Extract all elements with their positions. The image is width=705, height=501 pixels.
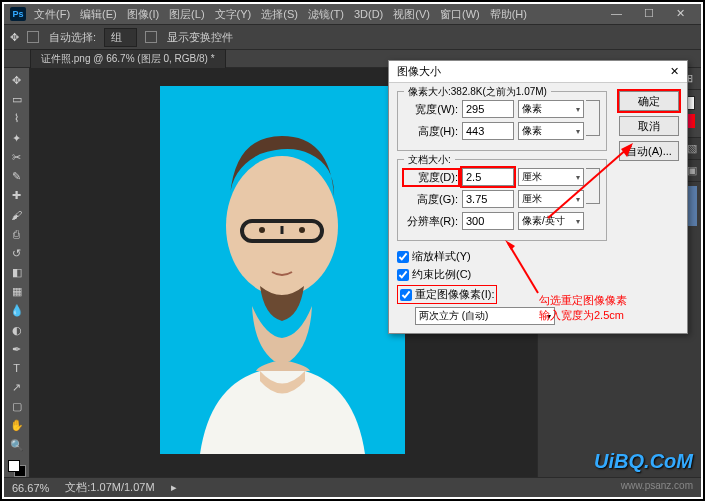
resample-checkbox[interactable]: [400, 289, 412, 301]
eyedrop-tool[interactable]: ✎: [7, 168, 27, 185]
status-arrow-icon[interactable]: ▸: [171, 481, 177, 494]
image-size-dialog: 图像大小 ✕ 确定 取消 自动(A)... 像素大小:382.8K(之前为1.0…: [388, 60, 688, 334]
menu-edit[interactable]: 编辑(E): [80, 7, 117, 22]
width-doc-unit[interactable]: 厘米: [518, 168, 584, 186]
hand-tool[interactable]: ✋: [7, 417, 27, 434]
constrain-label: 约束比例(C): [412, 267, 471, 282]
scale-styles-label: 缩放样式(Y): [412, 249, 471, 264]
showtransform-checkbox[interactable]: [145, 31, 157, 43]
heal-tool[interactable]: ✚: [7, 187, 27, 204]
move-tool[interactable]: ✥: [7, 72, 27, 89]
width-px-label: 宽度(W):: [404, 102, 458, 117]
showtransform-label: 显示变换控件: [167, 30, 233, 45]
history-tool[interactable]: ↺: [7, 245, 27, 262]
menu-window[interactable]: 窗口(W): [440, 7, 480, 22]
watermark: UiBQ.CoM: [594, 450, 693, 473]
watermark-url: www.psanz.com: [621, 480, 693, 491]
id-photo: [160, 86, 405, 454]
menu-3d[interactable]: 3D(D): [354, 8, 383, 20]
link-doc-icon[interactable]: [586, 168, 600, 204]
dialog-title: 图像大小: [397, 64, 441, 79]
height-doc-input[interactable]: [462, 190, 514, 208]
eraser-tool[interactable]: ◧: [7, 264, 27, 281]
panel-icon-4[interactable]: ▧: [687, 142, 697, 155]
autoselect-checkbox[interactable]: [27, 31, 39, 43]
cancel-button[interactable]: 取消: [619, 116, 679, 136]
menu-filter[interactable]: 滤镜(T): [308, 7, 344, 22]
shape-tool[interactable]: ▢: [7, 398, 27, 415]
move-tool-icon[interactable]: ✥: [10, 31, 19, 44]
dodge-tool[interactable]: ◐: [7, 321, 27, 338]
resolution-unit[interactable]: 像素/英寸: [518, 212, 584, 230]
document-tab[interactable]: 证件照.png @ 66.7% (图层 0, RGB/8) *: [30, 49, 226, 69]
height-px-input[interactable]: [462, 122, 514, 140]
stamp-tool[interactable]: ⎙: [7, 226, 27, 243]
link-px-icon[interactable]: [586, 100, 600, 136]
close-icon[interactable]: ✕: [676, 7, 685, 20]
blur-tool[interactable]: 💧: [7, 302, 27, 319]
menu-layer[interactable]: 图层(L): [169, 7, 204, 22]
svg-point-4: [259, 227, 265, 233]
minimize-icon[interactable]: —: [611, 7, 622, 20]
width-px-input[interactable]: [462, 100, 514, 118]
annotation-text: 勾选重定图像像素 输入宽度为2.5cm: [539, 293, 627, 324]
resample-label: 重定图像像素(I):: [415, 287, 494, 302]
autoselect-dropdown[interactable]: 组: [104, 28, 137, 47]
constrain-checkbox[interactable]: [397, 269, 409, 281]
marquee-tool[interactable]: ▭: [7, 91, 27, 108]
auto-button[interactable]: 自动(A)...: [619, 141, 679, 161]
gradient-tool[interactable]: ▦: [7, 283, 27, 300]
ok-button[interactable]: 确定: [619, 91, 679, 111]
panel-icon-7[interactable]: ▣: [687, 164, 697, 177]
height-px-label: 高度(H):: [404, 124, 458, 139]
brush-tool[interactable]: 🖌: [7, 206, 27, 223]
autoselect-label: 自动选择:: [49, 30, 96, 45]
height-doc-label: 高度(G):: [404, 192, 458, 207]
resolution-label: 分辨率(R):: [404, 214, 458, 229]
ps-logo: Ps: [10, 7, 26, 21]
lasso-tool[interactable]: ⌇: [7, 110, 27, 127]
toolbox: ✥ ▭ ⌇ ✦ ✂ ✎ ✚ 🖌 ⎙ ↺ ◧ ▦ 💧 ◐ ✒ T ↗ ▢ ✋ 🔍: [4, 68, 30, 477]
status-bar: 66.67% 文档:1.07M/1.07M ▸: [4, 477, 701, 497]
zoom-level[interactable]: 66.67%: [12, 482, 49, 494]
menu-bar: Ps 文件(F) 编辑(E) 图像(I) 图层(L) 文字(Y) 选择(S) 滤…: [4, 4, 701, 24]
path-tool[interactable]: ↗: [7, 379, 27, 396]
menu-file[interactable]: 文件(F): [34, 7, 70, 22]
maximize-icon[interactable]: ☐: [644, 7, 654, 20]
scale-styles-checkbox[interactable]: [397, 251, 409, 263]
svg-point-5: [299, 227, 305, 233]
width-px-unit[interactable]: 像素: [518, 100, 584, 118]
menu-help[interactable]: 帮助(H): [490, 7, 527, 22]
resolution-input[interactable]: [462, 212, 514, 230]
menu-view[interactable]: 视图(V): [393, 7, 430, 22]
doc-legend: 文档大小:: [404, 153, 455, 167]
crop-tool[interactable]: ✂: [7, 149, 27, 166]
color-swatch[interactable]: [8, 460, 26, 477]
menu-image[interactable]: 图像(I): [127, 7, 159, 22]
height-doc-unit[interactable]: 厘米: [518, 190, 584, 208]
options-bar: ✥ 自动选择: 组 显示变换控件: [4, 24, 701, 50]
doc-size: 文档:1.07M/1.07M: [65, 480, 154, 495]
width-doc-input[interactable]: [462, 168, 514, 186]
width-doc-label: 宽度(D):: [404, 170, 458, 185]
interpolation-dropdown[interactable]: 两次立方 (自动): [415, 307, 555, 325]
menu-type[interactable]: 文字(Y): [215, 7, 252, 22]
menu-select[interactable]: 选择(S): [261, 7, 298, 22]
pen-tool[interactable]: ✒: [7, 341, 27, 358]
wand-tool[interactable]: ✦: [7, 130, 27, 147]
height-px-unit[interactable]: 像素: [518, 122, 584, 140]
zoom-tool[interactable]: 🔍: [7, 437, 27, 454]
dialog-close-icon[interactable]: ✕: [670, 65, 679, 78]
text-tool[interactable]: T: [7, 360, 27, 377]
pixel-legend: 像素大小:382.8K(之前为1.07M): [404, 85, 551, 99]
